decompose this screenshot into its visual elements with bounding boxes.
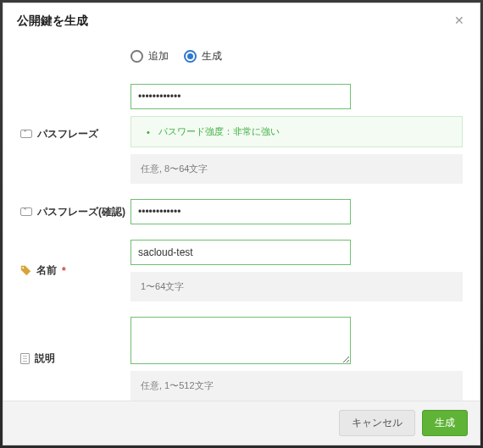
- mode-radio-group: 追加 生成: [3, 41, 480, 79]
- label-passphrase-confirm: パスフレーズ(確認): [20, 205, 130, 219]
- required-mark: *: [62, 265, 66, 277]
- field-label: パスフレーズ: [37, 127, 98, 141]
- key-icon: [20, 207, 32, 216]
- description-input[interactable]: [130, 317, 351, 364]
- svg-point-0: [22, 267, 24, 268]
- close-icon[interactable]: ✕: [452, 14, 466, 28]
- password-strength: パスワード強度：非常に強い: [130, 116, 463, 147]
- document-icon: [20, 353, 30, 364]
- generate-button[interactable]: 生成: [422, 410, 468, 436]
- cancel-button[interactable]: キャンセル: [339, 410, 415, 436]
- row-passphrase-confirm: パスフレーズ(確認): [3, 194, 480, 230]
- mode-radio-add[interactable]: 追加: [130, 49, 169, 64]
- hint-description: 任意, 1〜512文字: [130, 371, 463, 401]
- dialog-header: 公開鍵を生成 ✕: [3, 3, 480, 37]
- name-input[interactable]: [130, 240, 351, 265]
- hint-passphrase: 任意, 8〜64文字: [130, 154, 463, 184]
- hint-name: 1〜64文字: [130, 272, 463, 301]
- field-label: 名前: [36, 263, 57, 278]
- strength-text: パスワード強度：非常に強い: [158, 125, 280, 138]
- dialog-body: 追加 生成 パスフレーズ パスワード強度：非常に強い: [3, 37, 480, 401]
- label-description: 説明: [20, 351, 130, 366]
- key-icon: [20, 130, 32, 138]
- tag-icon: [20, 265, 31, 276]
- generate-public-key-dialog: 公開鍵を生成 ✕ 追加 生成 パスフレーズ: [3, 3, 480, 445]
- radio-label: 追加: [148, 49, 169, 64]
- radio-icon: [184, 50, 197, 63]
- label-passphrase: パスフレーズ: [20, 127, 130, 141]
- passphrase-input[interactable]: [130, 84, 351, 109]
- dialog-title: 公開鍵を生成: [17, 14, 88, 29]
- label-name: 名前 *: [20, 263, 130, 278]
- row-passphrase: パスフレーズ パスワード強度：非常に強い 任意, 8〜64文字: [3, 79, 480, 189]
- passphrase-confirm-input[interactable]: [130, 199, 351, 224]
- row-name: 名前 * 1〜64文字: [3, 235, 480, 307]
- field-label: パスフレーズ(確認): [37, 205, 125, 219]
- radio-label: 生成: [202, 49, 222, 64]
- mode-radio-generate[interactable]: 生成: [184, 49, 222, 64]
- dialog-footer: キャンセル 生成: [3, 401, 480, 445]
- field-label: 説明: [35, 351, 55, 366]
- radio-icon: [130, 50, 143, 63]
- row-description: 説明 任意, 1〜512文字: [3, 312, 480, 401]
